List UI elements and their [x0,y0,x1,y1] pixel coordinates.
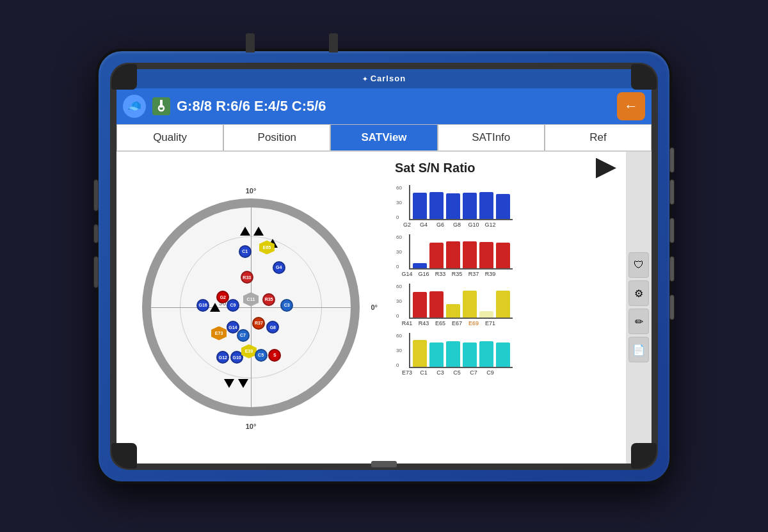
deg-bottom-label: 10° [246,423,257,430]
sat-G8: G8 [266,321,279,334]
bar-R43 [429,291,444,318]
tab-quality[interactable]: Quality [116,124,223,150]
gps-icon: 🧢 [123,95,146,118]
brand-bar: Carlson [116,69,652,88]
arrow-n1 [240,227,250,236]
bar-chart-3 [409,284,513,319]
sat-C3: C3 [280,299,293,312]
tab-bar: Quality Position SATView SATInfo Ref [116,124,652,152]
back-button[interactable]: ← [617,92,645,120]
tab-ref[interactable]: Ref [545,124,652,150]
gear-button[interactable]: ⚙ [628,280,649,306]
bar-E67 [463,291,477,318]
bar-E71 [496,291,510,318]
bar-G12 [496,194,510,218]
left-button-3[interactable] [93,256,99,288]
svg-point-1 [159,106,164,111]
bar-E65 [446,304,460,317]
snr-group-3: 60 30 0 [395,284,616,328]
gps-status-text: G:8/8 R:6/6 E:4/5 C:5/6 [177,98,611,115]
satellite-polar-view: 90° C1 E65 [116,152,385,463]
sat-G16: G16 [196,299,209,312]
sat-C11: C11 [243,293,259,307]
arrow-n2 [253,227,264,236]
snr-group-4: 60 30 0 [395,333,616,377]
main-content: 90° C1 E65 [116,152,652,463]
sat-S: S [268,349,281,362]
crosshair-vertical [251,207,252,407]
tab-satview[interactable]: SATView [330,124,437,150]
right-button-4[interactable] [669,256,675,282]
chart-group-4: 60 30 0 [409,333,616,368]
carlson-logo: Carlson [362,74,406,83]
bar-R39 [496,243,510,268]
sat-C9: C9 [227,299,239,312]
snr-group-2: 60 30 0 [395,234,616,278]
bottom-port [371,461,397,463]
bar-G8 [463,193,477,219]
arrow-w1 [210,303,220,312]
antenna-right [329,33,338,52]
right-button-5[interactable] [669,294,675,320]
bar-G10 [479,192,493,219]
document-button[interactable]: 📄 [628,337,649,362]
right-button-1[interactable] [669,147,675,173]
bar-G14 [413,263,427,268]
chart-group-3: 60 30 0 [409,284,616,319]
chart-group-2: 60 30 0 [409,234,616,270]
snr-header: Sat S/N Ratio [395,158,616,179]
bar-C9 [496,343,510,367]
filter-svg [156,100,166,113]
snr-group-1: 60 30 0 [395,185,616,229]
device: Carlson 🧢 G:8/8 R:6/6 E:4/5 C:5/6 ← Qual… [96,49,672,484]
y-axis-3: 60 30 0 [396,284,402,319]
bar-labels-3: R41 R43 E65 E67 E69 E71 [397,319,616,328]
right-button-3[interactable] [669,218,675,243]
bar-R35 [463,241,477,268]
bar-C7 [479,341,493,367]
arrow-s2 [238,379,248,388]
tab-position[interactable]: Position [223,124,330,150]
sat-C1: C1 [239,245,252,258]
bar-G16 [429,243,444,268]
right-button-2[interactable] [669,179,675,205]
antenna-left [246,33,255,52]
arrow-s1 [224,379,234,388]
bar-G2 [413,193,427,219]
left-button-1[interactable] [93,179,99,211]
screen: Carlson 🧢 G:8/8 R:6/6 E:4/5 C:5/6 ← Qual… [116,69,652,463]
sat-C7: C7 [237,329,250,342]
bar-labels-1: G2 G4 G6 G8 G10 G12 [397,220,616,229]
sat-R35: R35 [262,293,275,306]
bumper-br [631,443,657,469]
play-button[interactable] [596,158,616,179]
bumper-tr [631,64,657,90]
bar-E73 [413,340,427,367]
bar-E69 [479,311,493,317]
bar-G6 [446,193,460,219]
left-button-2[interactable] [93,224,99,243]
bar-C5 [463,343,477,367]
bar-C1 [429,343,444,367]
deg-right-label: 0° [371,303,378,311]
sat-G12: G12 [216,351,229,364]
bumper-tl [111,64,137,90]
snr-title: Sat S/N Ratio [395,161,476,175]
bar-chart-1 [409,185,513,220]
gps-header: 🧢 G:8/8 R:6/6 E:4/5 C:5/6 ← [116,88,652,124]
right-icon-panel: 🛡 ⚙ ✏ 📄 [626,152,652,463]
edit-button[interactable]: ✏ [628,309,649,334]
sat-R33: R33 [241,271,253,284]
polar-circle: 90° C1 E65 [142,198,360,416]
deg-top-label: 10° [246,187,257,195]
bar-R37 [479,242,493,268]
sat-G4: G4 [273,261,285,274]
shield-button[interactable]: 🛡 [628,252,649,278]
bar-C3 [446,341,460,367]
bumper-bl [111,443,137,469]
tab-satinfo[interactable]: SATInfo [438,124,545,150]
bar-labels-4: E73 C1 C3 C5 C7 C9 [397,368,616,377]
bar-chart-2 [409,234,513,270]
bar-chart-4 [409,333,513,368]
chart-group-1: 60 30 0 [409,185,616,220]
